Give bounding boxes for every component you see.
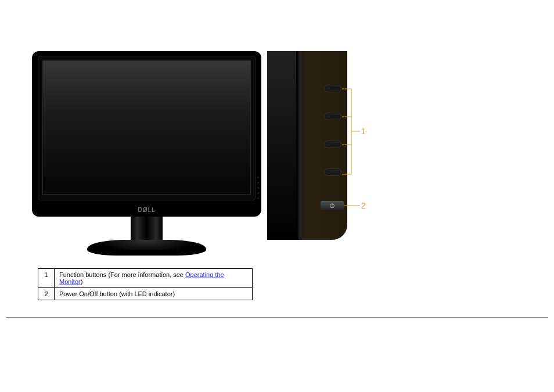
monitor-screen xyxy=(42,60,251,195)
operating-monitor-link[interactable]: Monitor xyxy=(59,278,81,285)
monitor-front-view: DØLL xyxy=(32,51,261,217)
operating-monitor-link[interactable]: Operating the xyxy=(185,271,224,278)
function-button xyxy=(324,141,341,148)
power-icon xyxy=(329,202,336,209)
monitor-base-rim xyxy=(87,250,206,256)
reference-table: 1 Function buttons (For more information… xyxy=(38,268,253,300)
table-cell-desc: Power On/Off button (with LED indicator) xyxy=(55,288,253,300)
monitor-front-buttons xyxy=(257,173,259,203)
table-row: 1 Function buttons (For more information… xyxy=(38,269,253,288)
brand-logo: DØLL xyxy=(138,207,155,213)
function-button xyxy=(324,85,341,92)
power-button xyxy=(321,201,344,210)
divider xyxy=(6,317,548,318)
monitor-neck xyxy=(131,217,163,243)
callout-label-1: 1 xyxy=(361,127,366,136)
table-cell-num: 2 xyxy=(38,288,55,300)
monitor-corner-closeup xyxy=(267,51,347,240)
table-row: 2 Power On/Off button (with LED indicato… xyxy=(38,288,253,300)
function-button xyxy=(324,168,341,176)
table-cell-desc: Function buttons (For more information, … xyxy=(55,269,253,288)
table-cell-num: 1 xyxy=(38,269,55,288)
function-button xyxy=(324,113,341,120)
callout-label-2: 2 xyxy=(361,201,366,210)
